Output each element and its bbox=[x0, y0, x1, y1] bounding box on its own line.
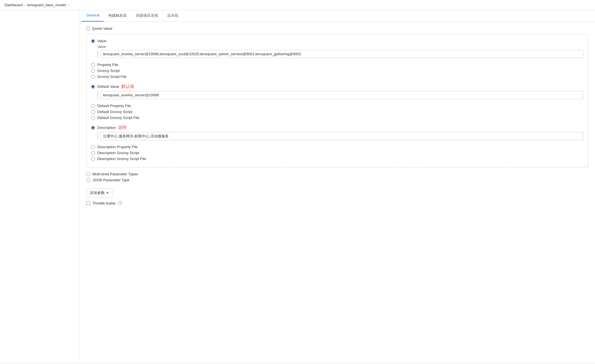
radio-desc-groovy-script[interactable]: Description Groovy Script bbox=[91, 151, 583, 155]
radio-description[interactable]: Description 说明 bbox=[91, 125, 583, 130]
tab-build-triggers[interactable]: 构建触发器 bbox=[104, 10, 131, 22]
tab-advanced-options[interactable]: 高级项目选项 bbox=[131, 10, 163, 22]
radio-default-groovy-script-input[interactable] bbox=[91, 110, 95, 114]
throttle-checkbox[interactable] bbox=[86, 201, 90, 205]
form-content: Quote Value Value Value bbox=[79, 22, 595, 210]
default-value-input-wrapper bbox=[97, 91, 583, 99]
throttle-label: Throttle builds bbox=[92, 201, 116, 205]
radio-default-groovy-script[interactable]: Default Groovy Script bbox=[91, 110, 583, 114]
radio-groovy-script-label: Groovy Script bbox=[97, 69, 120, 73]
radio-multi-level-label: Multi-level Parameter Types bbox=[92, 172, 138, 176]
radio-value[interactable]: Value bbox=[91, 39, 583, 43]
quote-value-row: Quote Value bbox=[86, 26, 588, 31]
breadcrumb-sep-1: › bbox=[24, 3, 26, 7]
breadcrumb: Dashboard › tensquare_back_cluster › bbox=[0, 0, 595, 10]
radio-value-label: Value bbox=[97, 39, 106, 43]
radio-desc-groovy-script-file-input[interactable] bbox=[91, 157, 95, 161]
radio-json-param-label: JSON Parameter Type bbox=[92, 178, 130, 182]
radio-json-param-input[interactable] bbox=[86, 178, 90, 182]
radio-desc-groovy-script-input[interactable] bbox=[91, 151, 95, 155]
radio-default-value-input[interactable] bbox=[91, 85, 95, 89]
breadcrumb-cluster[interactable]: tensquare_back_cluster bbox=[27, 3, 66, 7]
radio-groovy-script-file-input[interactable] bbox=[91, 75, 95, 79]
radio-multi-level[interactable]: Multi-level Parameter Types bbox=[86, 172, 588, 176]
default-value-group: Default Value 默认值 bbox=[91, 84, 583, 99]
tabs-bar: General 构建触发器 高级项目选项 流水线 bbox=[79, 10, 595, 22]
description-input[interactable] bbox=[100, 132, 583, 140]
default-value-input[interactable] bbox=[100, 91, 583, 99]
radio-default-groovy-script-label: Default Groovy Script bbox=[97, 110, 132, 114]
radio-json-param[interactable]: JSON Parameter Type bbox=[86, 178, 588, 182]
radio-groovy-script[interactable]: Groovy Script bbox=[91, 69, 583, 73]
throttle-help-icon[interactable]: ? bbox=[118, 201, 123, 205]
throttle-row: Throttle builds ? bbox=[86, 201, 588, 205]
radio-default-property-file-input[interactable] bbox=[91, 104, 95, 108]
breadcrumb-dashboard[interactable]: Dashboard bbox=[5, 3, 23, 7]
radio-default-property-file[interactable]: Default Property File bbox=[91, 104, 583, 108]
value-field-label: Value bbox=[97, 45, 583, 49]
radio-description-input[interactable] bbox=[91, 126, 95, 130]
breadcrumb-sep-2: › bbox=[68, 3, 69, 7]
description-input-group bbox=[97, 132, 583, 140]
radio-property-file[interactable]: Property File bbox=[91, 63, 583, 67]
options-dashed-box: Value Value Property File bbox=[86, 34, 588, 167]
radio-default-value[interactable]: Default Value 默认值 bbox=[91, 84, 583, 89]
radio-desc-property-file-input[interactable] bbox=[91, 145, 95, 149]
quote-value-checkbox[interactable] bbox=[86, 27, 90, 30]
value-input-group: Value bbox=[97, 45, 583, 58]
radio-desc-groovy-script-file[interactable]: Description Groovy Script File bbox=[91, 157, 583, 161]
tab-pipeline[interactable]: 流水线 bbox=[163, 10, 183, 22]
radio-description-label: Description bbox=[97, 125, 116, 130]
default-value-annotation: 默认值 bbox=[121, 84, 134, 89]
value-input-wrapper bbox=[97, 50, 583, 58]
radio-desc-groovy-script-label: Description Groovy Script bbox=[97, 151, 139, 155]
description-input-wrapper bbox=[97, 132, 583, 140]
radio-property-file-label: Property File bbox=[97, 63, 118, 67]
radio-groovy-script-file[interactable]: Groovy Script File bbox=[91, 74, 583, 79]
tab-general[interactable]: General bbox=[82, 10, 104, 22]
description-annotation: 说明 bbox=[118, 125, 126, 130]
radio-desc-groovy-script-file-label: Description Groovy Script File bbox=[97, 157, 146, 161]
chevron-down-icon bbox=[106, 192, 109, 194]
description-group: Description 说明 bbox=[91, 125, 583, 140]
radio-desc-property-file[interactable]: Description Property File bbox=[91, 145, 583, 149]
radio-groovy-script-file-label: Groovy Script File bbox=[97, 74, 126, 79]
value-group: Value Value bbox=[91, 39, 583, 58]
radio-default-value-label: Default Value bbox=[97, 84, 119, 89]
add-param-label: 添加参数 bbox=[90, 190, 105, 195]
radio-default-groovy-script-file[interactable]: Default Groovy Script File bbox=[91, 116, 583, 120]
radio-multi-level-input[interactable] bbox=[86, 172, 90, 176]
add-param-button[interactable]: 添加参数 bbox=[86, 188, 112, 197]
main-content: General 构建触发器 高级项目选项 流水线 Quote Value Val… bbox=[0, 10, 595, 363]
value-input[interactable] bbox=[100, 50, 583, 58]
default-value-input-group bbox=[97, 91, 583, 99]
radio-groovy-script-input[interactable] bbox=[91, 69, 95, 73]
right-panel: General 构建触发器 高级项目选项 流水线 Quote Value Val… bbox=[79, 10, 595, 363]
radio-desc-property-file-label: Description Property File bbox=[97, 145, 138, 149]
radio-value-input[interactable] bbox=[91, 39, 95, 43]
quote-value-label: Quote Value bbox=[92, 26, 112, 31]
radio-default-property-file-label: Default Property File bbox=[97, 104, 131, 108]
radio-property-file-input[interactable] bbox=[91, 63, 95, 67]
radio-default-groovy-script-file-label: Default Groovy Script File bbox=[97, 116, 139, 120]
left-panel bbox=[0, 10, 79, 363]
radio-default-groovy-script-file-input[interactable] bbox=[91, 116, 95, 120]
